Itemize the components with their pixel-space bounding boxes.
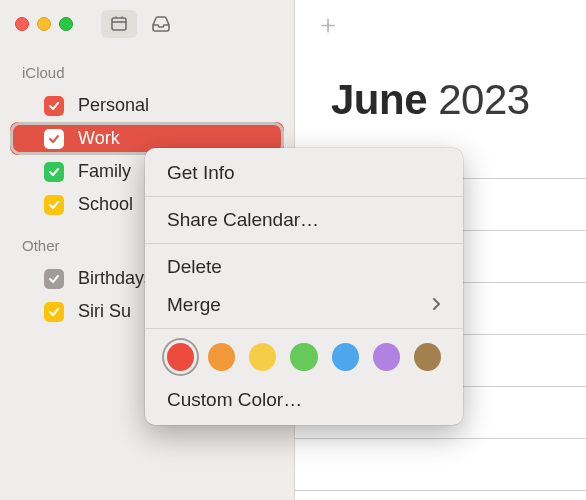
window-controls — [15, 17, 73, 31]
close-window-button[interactable] — [15, 17, 29, 31]
color-swatch-brown[interactable] — [414, 343, 441, 371]
menu-item-delete[interactable]: Delete — [145, 248, 463, 286]
calendar-label: Siri Su — [78, 301, 131, 322]
minimize-window-button[interactable] — [37, 17, 51, 31]
menu-item-custom-color[interactable]: Custom Color… — [145, 381, 463, 419]
year-label: 2023 — [438, 76, 529, 123]
color-swatch-purple[interactable] — [373, 343, 400, 371]
calendar-item-personal[interactable]: Personal — [0, 89, 294, 122]
menu-separator — [145, 243, 463, 244]
calendar-label: School — [78, 194, 133, 215]
color-swatch-yellow[interactable] — [249, 343, 276, 371]
checkbox-icon[interactable] — [44, 129, 64, 149]
chevron-right-icon — [431, 294, 441, 316]
color-swatch-orange[interactable] — [208, 343, 235, 371]
section-header-icloud: iCloud — [0, 48, 294, 89]
svg-rect-0 — [112, 18, 126, 30]
calendars-toggle-button[interactable] — [101, 10, 137, 38]
menu-separator — [145, 328, 463, 329]
context-menu: Get Info Share Calendar… Delete Merge Cu… — [145, 148, 463, 425]
checkbox-icon[interactable] — [44, 96, 64, 116]
checkbox-icon[interactable] — [44, 162, 64, 182]
menu-separator — [145, 196, 463, 197]
calendar-label: Birthdays — [78, 268, 153, 289]
maximize-window-button[interactable] — [59, 17, 73, 31]
calendar-label: Family — [78, 161, 131, 182]
titlebar — [0, 0, 294, 48]
checkbox-icon[interactable] — [44, 195, 64, 215]
color-picker-row — [145, 333, 463, 381]
menu-item-merge[interactable]: Merge — [145, 286, 463, 324]
menu-item-get-info[interactable]: Get Info — [145, 154, 463, 192]
checkbox-icon[interactable] — [44, 269, 64, 289]
color-swatch-red[interactable] — [167, 343, 194, 371]
calendar-label: Work — [78, 128, 120, 149]
color-swatch-green[interactable] — [290, 343, 317, 371]
menu-item-share[interactable]: Share Calendar… — [145, 201, 463, 239]
inbox-button[interactable] — [143, 10, 179, 38]
calendar-label: Personal — [78, 95, 149, 116]
month-label: June — [331, 76, 427, 123]
checkbox-icon[interactable] — [44, 302, 64, 322]
add-event-button[interactable]: ＋ — [315, 7, 341, 42]
date-title: June 2023 — [295, 48, 586, 124]
color-swatch-blue[interactable] — [332, 343, 359, 371]
